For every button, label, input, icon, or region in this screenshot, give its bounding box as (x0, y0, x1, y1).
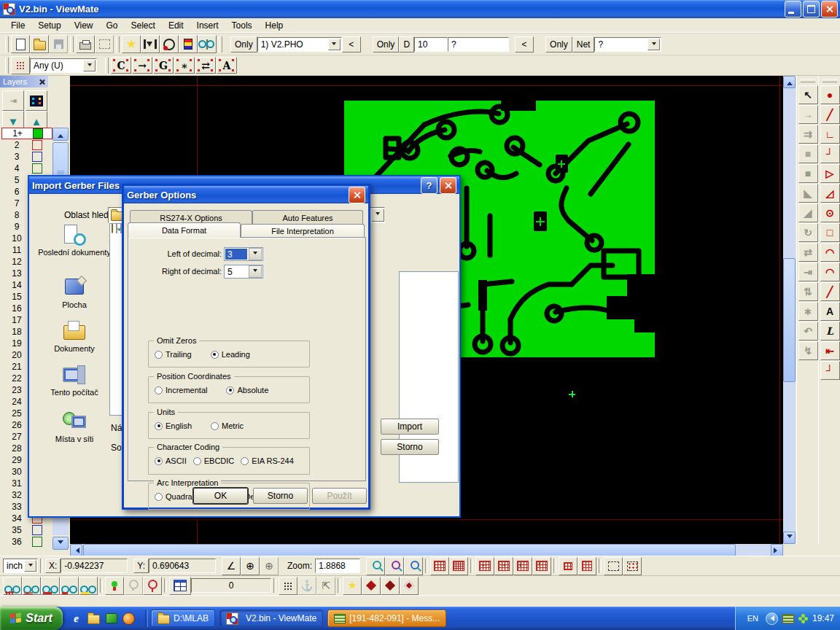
ok-button[interactable]: OK (193, 488, 248, 504)
select-text-button[interactable]: A (217, 57, 237, 74)
highlight-pad-icon[interactable] (362, 577, 381, 595)
menu-help[interactable]: Help (259, 19, 290, 32)
draw-label-tool[interactable]: L (820, 322, 840, 341)
menu-view[interactable]: View (68, 19, 100, 32)
draw-line-tool[interactable]: ╱ (820, 105, 840, 124)
draw-pad-tool[interactable]: ● (820, 85, 840, 104)
quicklaunch-firefox-icon[interactable] (122, 612, 135, 625)
mirror-tool[interactable]: ◣ (798, 184, 818, 203)
menu-go[interactable]: Go (100, 19, 125, 32)
only-net-button[interactable]: Only (545, 36, 572, 52)
select-points-icon[interactable] (623, 557, 642, 575)
swap-tool[interactable]: ⇄ (798, 243, 818, 262)
language-indicator[interactable]: EN (744, 613, 761, 623)
scroll-right-icon[interactable] (771, 544, 783, 556)
select-gerber-button[interactable]: G (153, 57, 174, 74)
place-tento-po-ta[interactable]: Tento počítač (36, 363, 112, 397)
combo-arrow-icon[interactable] (328, 39, 341, 50)
quicklaunch-ie-icon[interactable]: e (70, 612, 82, 625)
draw-dimension-tool[interactable]: ⇤ (820, 341, 840, 360)
tray-icq-icon[interactable] (798, 614, 808, 623)
place-posledn-dokumenty[interactable]: Poslední dokumenty (36, 223, 112, 257)
layer-row-4[interactable]: 4 (1, 163, 52, 174)
prev-dcode-button[interactable]: < (515, 36, 534, 52)
draw-corner-tool[interactable]: ∟ (820, 125, 840, 144)
menu-select[interactable]: Select (125, 19, 162, 32)
horizontal-scrollbar[interactable] (70, 544, 783, 556)
radio-ascii[interactable]: ASCII (155, 456, 187, 465)
scroll-left-icon[interactable] (70, 544, 82, 556)
select-draw-button[interactable]: → (132, 57, 152, 74)
layers-scroll-up[interactable] (52, 128, 69, 141)
scroll-up-icon[interactable] (783, 76, 796, 88)
move-points-icon[interactable]: ⇱ (316, 577, 335, 595)
view-measure-button[interactable] (198, 35, 217, 53)
restore-button[interactable] (803, 1, 820, 18)
origin-icon[interactable]: ⊕ (241, 557, 260, 575)
gerber-file-icon[interactable] (116, 223, 117, 233)
order-tool[interactable]: ⇅ (798, 282, 818, 301)
tab-file-interpretation[interactable]: File Interpretation (241, 224, 365, 238)
dcode-button[interactable] (160, 35, 179, 53)
draw-text-tool[interactable]: A (820, 302, 840, 321)
place-dokumenty[interactable]: Dokumenty (36, 319, 112, 353)
task-191-482-091-mess[interactable]: [191-482-091] - Mess... (327, 610, 446, 627)
apply-button[interactable]: Použít (312, 488, 367, 504)
snap-tool[interactable]: ⇥ (798, 262, 818, 281)
quicklaunch-folder-icon[interactable] (88, 612, 100, 625)
view-selected-icon[interactable] (60, 577, 79, 595)
net-toggle-button[interactable]: Net (572, 36, 595, 52)
dialog-help-button[interactable]: ? (421, 177, 438, 194)
grid-dots-icon[interactable] (279, 577, 298, 595)
menu-edit[interactable]: Edit (162, 19, 190, 32)
gerber-close-button[interactable] (349, 187, 365, 203)
new-file-button[interactable] (11, 35, 30, 53)
select-any-combo[interactable]: Any (U) (30, 58, 97, 73)
select-tool[interactable]: ↖ (798, 85, 818, 104)
layer-row-2[interactable]: 2 (1, 139, 52, 151)
combo-arrow-icon[interactable] (249, 248, 262, 260)
draw-aperture-tool[interactable]: ▷ (820, 164, 840, 183)
tab-data-format[interactable]: Data Format (128, 222, 241, 238)
draw-chord-tool[interactable]: ╱ (820, 282, 840, 301)
cancel-button[interactable]: Storno (253, 488, 308, 504)
measure-button[interactable] (141, 35, 160, 53)
dialog-close-button[interactable] (440, 177, 456, 194)
zoom-input[interactable]: 1.8868 (315, 559, 360, 573)
draw-circle-tool[interactable]: ⊙ (820, 203, 840, 222)
radio-absolute[interactable]: Absolute (226, 386, 268, 394)
options-tool[interactable]: ∗ (798, 302, 818, 321)
task-v2-bin-viewmate[interactable]: V2.bin - ViewMate (219, 610, 323, 627)
fill-solid-tool[interactable]: ■ (798, 164, 818, 183)
view-all-icon[interactable] (3, 577, 22, 595)
anchor-icon[interactable]: ⚓ (298, 577, 316, 595)
right-of-decimal-combo[interactable]: 5 (224, 265, 263, 279)
mirror-h-tool[interactable]: ◢ (798, 203, 818, 222)
view-sketch-icon[interactable] (79, 577, 98, 595)
tab-auto-features[interactable]: Auto Features (252, 210, 363, 225)
view-lines-icon[interactable] (22, 577, 41, 595)
combo-arrow-icon[interactable] (371, 209, 384, 222)
grid-snap-icon[interactable] (559, 557, 578, 575)
hscroll-thumb[interactable] (83, 544, 736, 556)
prev-layer-button[interactable]: < (342, 36, 361, 52)
layer-films-button[interactable] (26, 90, 47, 111)
layer-row-3[interactable]: 3 (1, 151, 52, 163)
flash-highlight-button[interactable] (122, 35, 141, 53)
open-file-button[interactable] (30, 35, 49, 53)
radio-quadrant[interactable]: Quadrant (155, 492, 199, 501)
layer-goto-button[interactable]: ⇥ (2, 90, 24, 111)
dcode-input[interactable]: 10 (414, 37, 448, 52)
draw-arc-tool[interactable]: ◠ (820, 243, 840, 262)
move-to-tool[interactable]: → (798, 105, 818, 124)
hide-icons-icon[interactable] (766, 612, 778, 625)
layer-row-1[interactable]: 1+ (1, 128, 52, 139)
highlight-dots-button[interactable] (11, 56, 30, 74)
combo-arrow-icon[interactable] (83, 60, 96, 71)
radio-english[interactable]: English (155, 421, 192, 430)
save-file-button[interactable] (49, 35, 68, 53)
angle-measure-icon[interactable]: ∠ (222, 557, 241, 575)
only-layer-button[interactable]: Only (230, 36, 257, 52)
menu-file[interactable]: File (4, 19, 31, 32)
menu-insert[interactable]: Insert (190, 19, 225, 32)
